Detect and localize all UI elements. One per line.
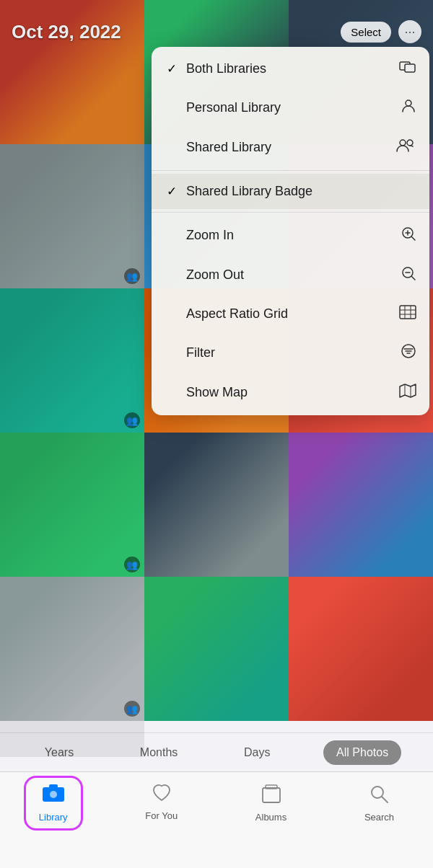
both-libraries-icon [399, 60, 416, 78]
photo-cell [144, 577, 289, 721]
menu-label-both-libraries: Both Libraries [186, 61, 266, 76]
shared-icon: 👥 [126, 271, 138, 282]
library-icon [42, 784, 65, 809]
show-map-icon [399, 383, 416, 402]
menu-check-both-libraries: ✓ [165, 61, 179, 76]
timeline-tabs: Years Months Days All Photos [0, 732, 433, 771]
menu-label-shared-library-badge: Shared Library Badge [186, 184, 312, 199]
svg-line-8 [412, 237, 416, 241]
header: Oct 29, 2022 Select ··· [0, 0, 433, 50]
shared-library-icon [396, 138, 416, 157]
photo-cell [144, 433, 289, 577]
nav-item-search[interactable]: Search [353, 779, 406, 827]
nav-label-library: Library [39, 812, 68, 823]
nav-label-for-you: For You [145, 810, 178, 821]
svg-point-2 [406, 100, 411, 106]
nav-label-albums: Albums [255, 812, 287, 823]
svg-rect-24 [49, 784, 58, 788]
shared-icon: 👥 [126, 704, 138, 714]
photo-cell: 👥 [0, 577, 144, 721]
shared-badge: 👥 [124, 701, 140, 717]
menu-label-personal-library: Personal Library [186, 100, 281, 115]
select-button[interactable]: Select [341, 22, 391, 43]
tab-all-photos[interactable]: All Photos [323, 740, 401, 765]
for-you-icon [152, 784, 172, 807]
photo-cell [289, 433, 433, 577]
personal-library-icon [401, 98, 416, 118]
shared-badge: 👥 [124, 268, 140, 284]
svg-rect-27 [266, 785, 277, 789]
tab-days[interactable]: Days [231, 740, 283, 765]
shared-badge: 👥 [124, 557, 140, 572]
aspect-ratio-grid-icon [399, 305, 416, 323]
photo-cell: 👥 [0, 144, 144, 288]
dropdown-menu: ✓ Both Libraries Personal Library [152, 47, 429, 415]
more-button[interactable]: ··· [398, 20, 421, 43]
header-date: Oct 29, 2022 [12, 21, 121, 43]
nav-item-library[interactable]: Library [27, 779, 79, 827]
menu-item-show-map[interactable]: Show Map [152, 373, 429, 412]
header-actions: Select ··· [341, 20, 421, 43]
bottom-nav: Library For You Albums Search [0, 771, 433, 868]
menu-label-zoom-in: Zoom In [186, 228, 234, 243]
nav-item-for-you[interactable]: For You [134, 779, 189, 825]
photo-cell [289, 577, 433, 721]
shared-icon: 👥 [126, 559, 138, 570]
menu-check-shared-library-badge: ✓ [165, 184, 179, 199]
menu-label-zoom-out: Zoom Out [186, 267, 244, 283]
svg-line-11 [412, 277, 416, 280]
menu-item-zoom-in[interactable]: Zoom In [152, 216, 429, 255]
menu-item-aspect-ratio-grid[interactable]: Aspect Ratio Grid [152, 295, 429, 333]
menu-item-personal-library[interactable]: Personal Library [152, 88, 429, 128]
tab-years[interactable]: Years [32, 740, 87, 765]
menu-item-both-libraries[interactable]: ✓ Both Libraries [152, 50, 429, 88]
nav-item-albums[interactable]: Albums [244, 779, 298, 827]
albums-icon [261, 784, 281, 809]
menu-label-aspect-ratio-grid: Aspect Ratio Grid [186, 306, 288, 322]
menu-item-filter[interactable]: Filter [152, 333, 429, 373]
photo-cell: 👥 [0, 433, 144, 577]
photo-cell: 👥 [0, 288, 144, 433]
menu-item-shared-library[interactable]: Shared Library [152, 128, 429, 167]
menu-section-libraries: ✓ Both Libraries Personal Library [152, 47, 429, 170]
zoom-in-icon [401, 226, 416, 245]
nav-label-search: Search [364, 812, 394, 823]
zoom-out-icon [401, 265, 416, 285]
shared-icon: 👥 [126, 415, 138, 426]
menu-section-view: Zoom In Zoom Out [152, 212, 429, 415]
svg-line-29 [382, 797, 388, 802]
svg-point-4 [407, 140, 413, 146]
menu-item-shared-library-badge[interactable]: ✓ Shared Library Badge [152, 174, 429, 209]
svg-rect-26 [263, 788, 280, 802]
svg-point-25 [50, 791, 57, 798]
svg-point-3 [400, 140, 406, 146]
menu-label-filter: Filter [186, 345, 215, 360]
menu-label-shared-library: Shared Library [186, 140, 271, 155]
menu-section-badge: ✓ Shared Library Badge [152, 170, 429, 212]
search-icon [369, 784, 389, 809]
tab-months[interactable]: Months [127, 740, 191, 765]
svg-rect-1 [405, 64, 415, 72]
filter-icon [401, 343, 416, 363]
menu-label-show-map: Show Map [186, 385, 248, 400]
svg-rect-12 [400, 306, 416, 319]
menu-item-zoom-out[interactable]: Zoom Out [152, 255, 429, 295]
shared-badge: 👥 [124, 412, 140, 428]
